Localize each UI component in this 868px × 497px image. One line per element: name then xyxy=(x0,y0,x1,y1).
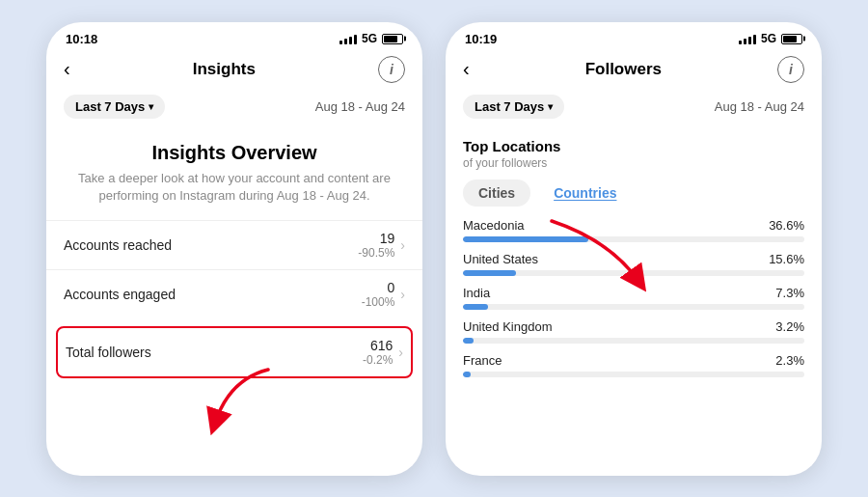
location-pct-1: 15.6% xyxy=(769,252,804,266)
progress-fill-2 xyxy=(463,304,488,310)
left-time: 10:18 xyxy=(66,32,97,46)
metric-change-reached: -90.5% xyxy=(358,246,394,260)
right-info-button[interactable]: i xyxy=(777,56,804,83)
location-name-3: United Kingdom xyxy=(463,319,553,334)
location-name-2: India xyxy=(463,286,490,300)
location-item-4: France 2.3% xyxy=(463,353,804,377)
right-content: Top Locations of your followers Cities C… xyxy=(446,128,822,476)
metric-accounts-reached[interactable]: Accounts reached 19 -90.5% › xyxy=(46,220,422,269)
insights-title: Insights Overview xyxy=(64,142,405,164)
location-pct-3: 3.2% xyxy=(775,319,804,334)
left-date-pill[interactable]: Last 7 Days ▾ xyxy=(64,95,165,119)
metric-value-engaged: 0 xyxy=(388,280,395,295)
location-name-0: Macedonia xyxy=(463,218,525,233)
tab-cities[interactable]: Cities xyxy=(463,179,530,207)
location-list: Macedonia 36.6% United States 15.6% xyxy=(446,218,822,377)
progress-track-3 xyxy=(463,338,804,344)
metric-label-reached: Accounts reached xyxy=(64,237,172,253)
right-date-pill[interactable]: Last 7 Days ▾ xyxy=(463,95,564,119)
left-chevron-icon: ▾ xyxy=(149,101,153,112)
right-time: 10:19 xyxy=(465,32,497,46)
left-network: 5G xyxy=(362,32,377,45)
right-phone: 10:19 5G ‹ Followers i xyxy=(446,22,822,476)
progress-fill-0 xyxy=(463,236,588,242)
metric-chevron-followers: › xyxy=(398,345,403,360)
right-nav-title: Followers xyxy=(585,60,662,79)
left-content: Insights Overview Take a deeper look at … xyxy=(46,128,422,476)
metric-accounts-engaged[interactable]: Accounts engaged 0 -100% › xyxy=(46,269,422,318)
metric-chevron-reached: › xyxy=(400,237,405,253)
progress-track-1 xyxy=(463,270,804,276)
location-item-2: India 7.3% xyxy=(463,286,804,310)
metric-chevron-engaged: › xyxy=(400,287,405,302)
left-date-range: Aug 18 - Aug 24 xyxy=(315,99,405,114)
left-nav-title: Insights xyxy=(193,60,256,79)
insights-subtitle: Take a deeper look at how your account a… xyxy=(73,170,395,205)
progress-fill-3 xyxy=(463,338,474,344)
left-status-bar: 10:18 5G xyxy=(46,22,422,50)
location-pct-0: 36.6% xyxy=(769,218,804,233)
right-status-right: 5G xyxy=(739,32,802,45)
left-signal-icon xyxy=(339,33,357,44)
location-pct-2: 7.3% xyxy=(775,286,804,300)
right-filter-bar: Last 7 Days ▾ Aug 18 - Aug 24 xyxy=(446,91,822,128)
progress-track-4 xyxy=(463,372,804,377)
tab-countries[interactable]: Countries xyxy=(538,179,632,207)
metric-total-followers[interactable]: Total followers 616 -0.2% › xyxy=(56,326,413,378)
left-back-button[interactable]: ‹ xyxy=(64,58,70,80)
right-chevron-icon: ▾ xyxy=(548,101,553,112)
location-name-4: France xyxy=(463,353,502,368)
left-nav-bar: ‹ Insights i xyxy=(46,50,422,91)
location-item-1: United States 15.6% xyxy=(463,252,804,276)
location-name-1: United States xyxy=(463,252,538,266)
right-date-range: Aug 18 - Aug 24 xyxy=(715,99,804,114)
progress-fill-1 xyxy=(463,270,516,276)
right-network: 5G xyxy=(761,32,776,45)
right-battery-icon xyxy=(781,34,802,44)
section-subtitle: of your followers xyxy=(463,156,804,170)
right-nav-bar: ‹ Followers i xyxy=(446,50,822,91)
metric-change-followers: -0.2% xyxy=(363,353,393,367)
left-status-right: 5G xyxy=(339,32,403,45)
metric-value-reached: 19 xyxy=(380,231,395,246)
progress-fill-4 xyxy=(463,372,471,377)
metric-value-followers: 616 xyxy=(370,338,393,353)
left-phone: 10:18 5G ‹ Insights i xyxy=(46,22,422,476)
location-tabs: Cities Countries xyxy=(446,179,822,218)
location-item-0: Macedonia 36.6% xyxy=(463,218,804,242)
section-title: Top Locations xyxy=(463,138,804,154)
left-info-button[interactable]: i xyxy=(378,56,405,83)
location-pct-4: 2.3% xyxy=(775,353,804,368)
left-filter-bar: Last 7 Days ▾ Aug 18 - Aug 24 xyxy=(46,91,422,128)
metric-change-engaged: -100% xyxy=(362,295,395,309)
right-status-bar: 10:19 5G xyxy=(446,22,822,50)
right-back-button[interactable]: ‹ xyxy=(463,58,470,80)
metric-label-engaged: Accounts engaged xyxy=(64,287,176,302)
metric-label-followers: Total followers xyxy=(66,345,151,360)
right-signal-icon xyxy=(739,33,756,44)
left-battery-icon xyxy=(382,34,403,44)
progress-track-2 xyxy=(463,304,804,310)
progress-track-0 xyxy=(463,236,804,242)
location-item-3: United Kingdom 3.2% xyxy=(463,319,804,344)
